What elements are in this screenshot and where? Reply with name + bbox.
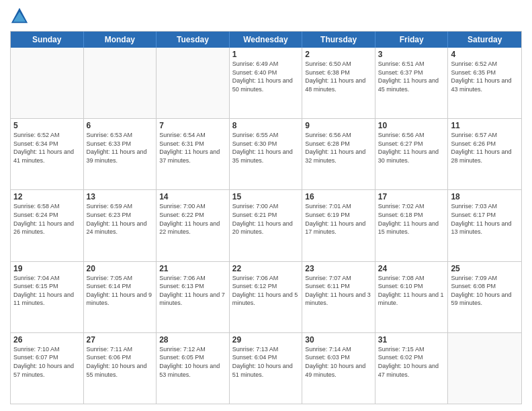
cell-info: Sunrise: 7:10 AMSunset: 6:07 PMDaylight:… — [13, 345, 81, 379]
cell-info: Sunrise: 7:15 AMSunset: 6:02 PMDaylight:… — [378, 345, 445, 379]
cell-day-number: 8 — [232, 121, 300, 130]
day-cell-19: 19Sunrise: 7:04 AMSunset: 6:15 PMDayligh… — [11, 262, 84, 332]
day-cell-27: 27Sunrise: 7:11 AMSunset: 6:06 PMDayligh… — [84, 333, 157, 404]
day-header-saturday: Saturday — [448, 32, 521, 48]
cell-info: Sunrise: 7:11 AMSunset: 6:06 PMDaylight:… — [87, 345, 154, 379]
cell-day-number: 10 — [378, 121, 445, 130]
cell-day-number: 31 — [378, 335, 445, 345]
cell-info: Sunrise: 6:59 AMSunset: 6:23 PMDaylight:… — [87, 202, 154, 236]
calendar-row-4: 19Sunrise: 7:04 AMSunset: 6:15 PMDayligh… — [11, 261, 521, 332]
cell-info: Sunrise: 6:49 AMSunset: 6:40 PMDaylight:… — [232, 60, 300, 93]
cell-day-number: 27 — [87, 335, 154, 345]
empty-cell — [84, 48, 157, 118]
cell-info: Sunrise: 6:53 AMSunset: 6:33 PMDaylight:… — [87, 131, 154, 165]
cell-day-number: 28 — [159, 335, 226, 345]
day-cell-3: 3Sunrise: 6:51 AMSunset: 6:37 PMDaylight… — [375, 48, 449, 118]
cell-day-number: 21 — [159, 264, 226, 273]
cell-day-number: 19 — [13, 264, 81, 273]
cell-day-number: 15 — [232, 192, 300, 201]
cell-info: Sunrise: 7:06 AMSunset: 6:12 PMDaylight:… — [232, 274, 300, 308]
cell-day-number: 29 — [232, 335, 300, 345]
cell-day-number: 2 — [305, 50, 372, 59]
cell-info: Sunrise: 6:56 AMSunset: 6:28 PMDaylight:… — [305, 131, 372, 165]
day-cell-24: 24Sunrise: 7:08 AMSunset: 6:10 PMDayligh… — [375, 262, 449, 332]
cell-info: Sunrise: 6:52 AMSunset: 6:35 PMDaylight:… — [451, 60, 519, 93]
day-cell-11: 11Sunrise: 6:57 AMSunset: 6:26 PMDayligh… — [448, 119, 521, 189]
cell-day-number: 26 — [13, 335, 81, 345]
day-cell-26: 26Sunrise: 7:10 AMSunset: 6:07 PMDayligh… — [11, 333, 84, 404]
logo-icon — [10, 7, 29, 26]
empty-cell — [157, 48, 230, 118]
day-cell-7: 7Sunrise: 6:54 AMSunset: 6:31 PMDaylight… — [157, 119, 230, 189]
cell-info: Sunrise: 7:08 AMSunset: 6:10 PMDaylight:… — [378, 274, 445, 308]
calendar-row-1: 1Sunrise: 6:49 AMSunset: 6:40 PMDaylight… — [11, 48, 521, 118]
cell-day-number: 4 — [451, 50, 519, 59]
cell-day-number: 1 — [232, 50, 300, 59]
day-cell-17: 17Sunrise: 7:02 AMSunset: 6:18 PMDayligh… — [375, 190, 449, 261]
cell-day-number: 18 — [451, 192, 519, 201]
cell-day-number: 5 — [13, 121, 81, 130]
cell-day-number: 7 — [159, 121, 226, 130]
cell-info: Sunrise: 6:51 AMSunset: 6:37 PMDaylight:… — [378, 60, 445, 93]
day-cell-14: 14Sunrise: 7:00 AMSunset: 6:22 PMDayligh… — [157, 190, 230, 261]
page: SundayMondayTuesdayWednesdayThursdayFrid… — [0, 0, 532, 411]
day-cell-16: 16Sunrise: 7:01 AMSunset: 6:19 PMDayligh… — [302, 190, 375, 261]
cell-day-number: 30 — [305, 335, 372, 345]
day-cell-15: 15Sunrise: 7:00 AMSunset: 6:21 PMDayligh… — [230, 190, 303, 261]
cell-day-number: 17 — [378, 192, 445, 201]
cell-day-number: 22 — [232, 264, 300, 273]
day-cell-23: 23Sunrise: 7:07 AMSunset: 6:11 PMDayligh… — [302, 262, 375, 332]
day-cell-10: 10Sunrise: 6:56 AMSunset: 6:27 PMDayligh… — [375, 119, 449, 189]
cell-day-number: 16 — [305, 192, 372, 201]
day-header-tuesday: Tuesday — [157, 32, 230, 48]
cell-info: Sunrise: 7:00 AMSunset: 6:22 PMDaylight:… — [159, 202, 226, 236]
day-header-sunday: Sunday — [11, 32, 84, 48]
day-cell-31: 31Sunrise: 7:15 AMSunset: 6:02 PMDayligh… — [375, 333, 449, 404]
day-cell-30: 30Sunrise: 7:14 AMSunset: 6:03 PMDayligh… — [302, 333, 375, 404]
day-header-wednesday: Wednesday — [230, 32, 303, 48]
header — [10, 7, 522, 26]
day-cell-20: 20Sunrise: 7:05 AMSunset: 6:14 PMDayligh… — [84, 262, 157, 332]
day-cell-4: 4Sunrise: 6:52 AMSunset: 6:35 PMDaylight… — [448, 48, 521, 118]
day-cell-28: 28Sunrise: 7:12 AMSunset: 6:05 PMDayligh… — [157, 333, 230, 404]
cell-day-number: 24 — [378, 264, 445, 273]
cell-info: Sunrise: 7:07 AMSunset: 6:11 PMDaylight:… — [305, 274, 372, 308]
cell-day-number: 6 — [87, 121, 154, 130]
calendar: SundayMondayTuesdayWednesdayThursdayFrid… — [10, 31, 522, 404]
day-cell-22: 22Sunrise: 7:06 AMSunset: 6:12 PMDayligh… — [230, 262, 303, 332]
day-cell-21: 21Sunrise: 7:06 AMSunset: 6:13 PMDayligh… — [157, 262, 230, 332]
cell-info: Sunrise: 6:52 AMSunset: 6:34 PMDaylight:… — [13, 131, 81, 165]
cell-info: Sunrise: 7:02 AMSunset: 6:18 PMDaylight:… — [378, 202, 445, 236]
logo — [10, 7, 32, 26]
day-cell-12: 12Sunrise: 6:58 AMSunset: 6:24 PMDayligh… — [11, 190, 84, 261]
day-header-monday: Monday — [84, 32, 157, 48]
day-headers: SundayMondayTuesdayWednesdayThursdayFrid… — [11, 32, 521, 48]
day-header-friday: Friday — [375, 32, 449, 48]
calendar-row-2: 5Sunrise: 6:52 AMSunset: 6:34 PMDaylight… — [11, 118, 521, 189]
cell-info: Sunrise: 7:06 AMSunset: 6:13 PMDaylight:… — [159, 274, 226, 308]
cell-info: Sunrise: 7:12 AMSunset: 6:05 PMDaylight:… — [159, 345, 226, 379]
cell-day-number: 23 — [305, 264, 372, 273]
cell-info: Sunrise: 7:01 AMSunset: 6:19 PMDaylight:… — [305, 202, 372, 236]
cell-info: Sunrise: 6:55 AMSunset: 6:30 PMDaylight:… — [232, 131, 300, 165]
day-cell-29: 29Sunrise: 7:13 AMSunset: 6:04 PMDayligh… — [230, 333, 303, 404]
cell-day-number: 20 — [87, 264, 154, 273]
day-cell-1: 1Sunrise: 6:49 AMSunset: 6:40 PMDaylight… — [230, 48, 303, 118]
calendar-row-5: 26Sunrise: 7:10 AMSunset: 6:07 PMDayligh… — [11, 332, 521, 404]
cell-day-number: 14 — [159, 192, 226, 201]
calendar-grid: 1Sunrise: 6:49 AMSunset: 6:40 PMDaylight… — [11, 48, 521, 404]
cell-day-number: 3 — [378, 50, 445, 59]
cell-day-number: 25 — [451, 264, 519, 273]
calendar-row-3: 12Sunrise: 6:58 AMSunset: 6:24 PMDayligh… — [11, 189, 521, 261]
cell-info: Sunrise: 7:04 AMSunset: 6:15 PMDaylight:… — [13, 274, 81, 308]
cell-day-number: 11 — [451, 121, 519, 130]
day-cell-6: 6Sunrise: 6:53 AMSunset: 6:33 PMDaylight… — [84, 119, 157, 189]
day-cell-18: 18Sunrise: 7:03 AMSunset: 6:17 PMDayligh… — [448, 190, 521, 261]
cell-info: Sunrise: 6:50 AMSunset: 6:38 PMDaylight:… — [305, 60, 372, 93]
cell-info: Sunrise: 6:58 AMSunset: 6:24 PMDaylight:… — [13, 202, 81, 236]
cell-info: Sunrise: 7:03 AMSunset: 6:17 PMDaylight:… — [451, 202, 519, 236]
day-cell-9: 9Sunrise: 6:56 AMSunset: 6:28 PMDaylight… — [302, 119, 375, 189]
day-cell-5: 5Sunrise: 6:52 AMSunset: 6:34 PMDaylight… — [11, 119, 84, 189]
day-cell-13: 13Sunrise: 6:59 AMSunset: 6:23 PMDayligh… — [84, 190, 157, 261]
cell-info: Sunrise: 7:09 AMSunset: 6:08 PMDaylight:… — [451, 274, 519, 308]
